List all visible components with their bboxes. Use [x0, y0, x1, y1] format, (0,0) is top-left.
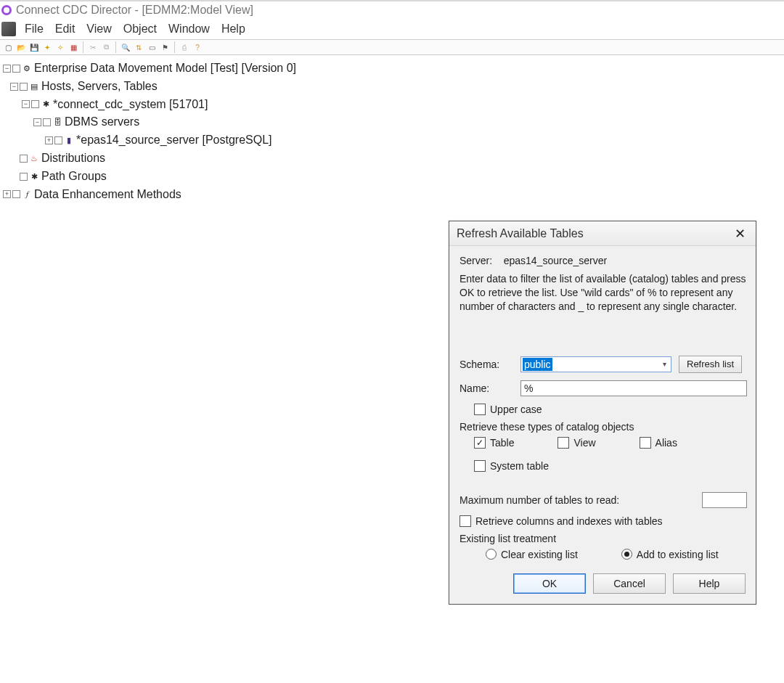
no-expand	[10, 173, 20, 181]
server-value: epas14_source_server	[504, 255, 607, 266]
expand-icon[interactable]: +	[3, 190, 11, 198]
name-value: %	[524, 383, 533, 394]
retrieve-cols-label: Retrieve columns and indexes with tables	[475, 515, 663, 527]
app-logo-icon	[1, 22, 16, 36]
enhancement-icon: 𝑓	[22, 189, 32, 200]
tree-distributions[interactable]: ♨ Distributions	[3, 150, 781, 168]
collapse-icon[interactable]: −	[10, 83, 18, 91]
menu-help[interactable]: Help	[216, 21, 251, 37]
tree-checkbox[interactable]	[20, 155, 28, 163]
systable-row: System table	[474, 460, 747, 472]
tree-distributions-label: Distributions	[41, 150, 105, 168]
tree-hosts[interactable]: − ▤ Hosts, Servers, Tables	[3, 78, 781, 96]
tree-server[interactable]: + ▮ *epas14_source_server [PostgreSQL]	[3, 131, 781, 150]
tree-root-label: Enterprise Data Movement Model [Test] [V…	[34, 60, 296, 78]
app-icon	[1, 5, 12, 15]
systable-checkbox[interactable]	[474, 460, 486, 472]
server-line: Server: epas14_source_server	[460, 255, 747, 266]
alias-checkbox[interactable]	[640, 437, 651, 449]
existing-label: Existing list treatment	[460, 533, 747, 544]
tree-enhancement[interactable]: + 𝑓 Data Enhancement Methods	[3, 186, 781, 204]
menu-edit[interactable]: Edit	[49, 21, 81, 37]
tree-checkbox[interactable]	[20, 83, 28, 91]
help-icon[interactable]: ?	[192, 42, 203, 52]
alias-label: Alias	[656, 437, 677, 449]
tree-view: − ⚙ Enterprise Data Movement Model [Test…	[0, 55, 784, 203]
menu-view[interactable]: View	[81, 21, 117, 37]
help-button[interactable]: Help	[673, 573, 746, 594]
cut-icon[interactable]: ✂	[88, 42, 98, 52]
uppercase-label: Upper case	[490, 404, 542, 415]
dialog-titlebar[interactable]: Refresh Available Tables ✕	[449, 221, 756, 246]
collapse-icon[interactable]: −	[3, 65, 11, 73]
tree-checkbox[interactable]	[54, 136, 62, 144]
menu-object[interactable]: Object	[118, 21, 163, 37]
refresh-list-button[interactable]: Refresh list	[679, 356, 742, 373]
name-label: Name:	[460, 383, 520, 394]
updown-icon[interactable]: ⇅	[134, 42, 144, 52]
catalog-row1: ✓ Table View Alias	[474, 437, 747, 454]
close-icon[interactable]: ✕	[730, 226, 750, 242]
server-label: Server:	[460, 255, 492, 266]
flag-icon[interactable]: ⚑	[160, 42, 170, 52]
collapse-icon[interactable]: −	[22, 100, 30, 108]
schema-combo[interactable]: public ▾	[520, 356, 671, 372]
add-radio[interactable]	[621, 549, 632, 560]
existing-radio-row: Clear existing list Add to existing list	[486, 549, 747, 560]
tree-checkbox[interactable]	[43, 118, 51, 126]
spark1-icon[interactable]: ✦	[42, 42, 52, 52]
dialog-buttons: OK Cancel Help	[460, 573, 747, 594]
view-checkbox[interactable]	[558, 437, 569, 449]
tree-pathgroups[interactable]: ✱ Path Groups	[3, 168, 781, 186]
open-icon[interactable]: 📂	[16, 42, 26, 52]
pathgroups-icon: ✱	[29, 171, 39, 181]
tree-hosts-label: Hosts, Servers, Tables	[41, 78, 158, 96]
grid-icon[interactable]: ▦	[68, 42, 78, 52]
tree-server-label: *epas14_source_server [PostgreSQL]	[76, 131, 271, 150]
tree-system[interactable]: − ✱ *connect_cdc_system [51701]	[3, 96, 781, 114]
window-title: Connect CDC Director - [EDMM2:Model View…	[16, 4, 253, 17]
name-row: Name: %	[460, 380, 747, 396]
name-input[interactable]: %	[520, 380, 747, 396]
box-icon[interactable]: ▭	[147, 42, 157, 52]
dbms-icon: 🗄	[52, 118, 62, 128]
model-icon: ⚙	[22, 63, 32, 73]
table-label: Table	[490, 437, 514, 449]
save-icon[interactable]: 💾	[29, 42, 39, 52]
toolbar-sep2	[115, 41, 116, 53]
tree-checkbox[interactable]	[12, 190, 20, 198]
max-input[interactable]	[702, 492, 747, 508]
tree-enhancement-label: Data Enhancement Methods	[34, 186, 181, 204]
copy-icon[interactable]: ⧉	[101, 42, 111, 52]
refresh-tables-dialog: Refresh Available Tables ✕ Server: epas1…	[449, 221, 756, 605]
expand-icon[interactable]: +	[45, 136, 53, 144]
table-checkbox[interactable]: ✓	[474, 437, 486, 449]
view-label: View	[573, 437, 595, 449]
retrieve-cols-row: Retrieve columns and indexes with tables	[460, 515, 747, 527]
system-icon: ✱	[41, 99, 51, 110]
menu-window[interactable]: Window	[163, 21, 216, 37]
hosts-icon: ▤	[29, 81, 39, 91]
collapse-icon[interactable]: −	[33, 118, 41, 126]
retrieve-cols-checkbox[interactable]	[460, 515, 471, 527]
print-icon[interactable]: ⎙	[179, 42, 189, 52]
uppercase-checkbox[interactable]	[474, 404, 486, 415]
menubar: File Edit View Object Window Help	[0, 19, 784, 39]
cancel-button[interactable]: Cancel	[593, 573, 666, 594]
server-icon: ▮	[64, 136, 74, 146]
menu-file[interactable]: File	[19, 21, 49, 37]
tree-checkbox[interactable]	[31, 100, 39, 108]
spark2-icon[interactable]: ✧	[55, 42, 65, 52]
no-expand	[10, 155, 20, 163]
chevron-down-icon[interactable]: ▾	[658, 357, 671, 372]
tree-pathgroups-label: Path Groups	[41, 168, 107, 186]
clear-radio[interactable]	[486, 549, 497, 560]
tree-checkbox[interactable]	[20, 173, 28, 181]
tree-root[interactable]: − ⚙ Enterprise Data Movement Model [Test…	[3, 60, 781, 78]
tree-dbms[interactable]: − 🗄 DBMS servers	[3, 113, 781, 131]
schema-value: public	[523, 358, 552, 371]
new-icon[interactable]: ▢	[3, 42, 13, 52]
tree-checkbox[interactable]	[12, 65, 20, 73]
ok-button[interactable]: OK	[513, 573, 586, 594]
search-icon[interactable]: 🔍	[121, 42, 131, 52]
